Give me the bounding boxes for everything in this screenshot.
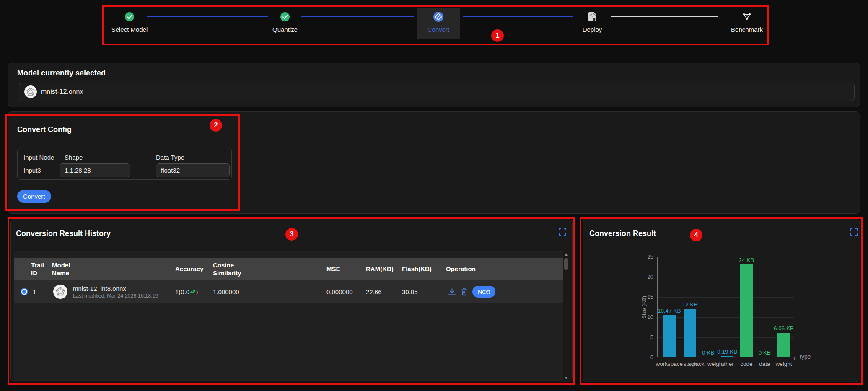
bar-slot-other: 0.19 KBother (717, 257, 737, 357)
accuracy-cell: 1(0.0) (175, 288, 213, 295)
shape-label: Shape (65, 154, 83, 161)
check-circle-icon (94, 11, 165, 23)
model-cell: mnist-12_int8.onnx Last modified: Mar 24… (52, 285, 175, 299)
trend-up-icon (189, 289, 196, 295)
bar-code[interactable] (740, 264, 753, 357)
config-fields-box: Input Node Shape Data Type Input3 (17, 148, 232, 180)
mse-cell: 0.000000 (326, 288, 366, 295)
bar-weight[interactable] (777, 333, 790, 357)
table-scrollbar[interactable] (563, 251, 569, 381)
row-last-modified: Last modified: Mar 24,2026 16:18:19 (73, 293, 158, 299)
step-deploy[interactable]: </> Deploy (557, 11, 628, 33)
model-selected-card: Model currently selected mnist-12.onnx (8, 63, 860, 107)
x-tick-label: weight (775, 361, 792, 367)
x-axis-label: type (800, 353, 811, 360)
convert-config-title: Convert Config (17, 125, 72, 134)
input-node-label: Input Node (23, 154, 54, 161)
scroll-down-icon[interactable] (563, 375, 569, 381)
step-label: Quantize (249, 26, 321, 33)
step-label: Convert (403, 26, 474, 33)
bar-workspace[interactable] (663, 315, 676, 357)
col-flash: Flash(KB) (402, 265, 446, 273)
x-tick-mark (736, 357, 736, 360)
flash-cell: 30.05 (402, 288, 446, 295)
deploy-file-icon: </> (557, 11, 628, 23)
annotation-badge-4: 4 (690, 229, 702, 241)
app-root: Select Model Quantize Convert </> Deploy (0, 0, 868, 391)
convert-config-card: Convert Config Input Node Shape Data Typ… (8, 111, 860, 214)
step-label: Select Model (94, 26, 165, 33)
table-header-row: Trail ID Model Name Accuracy Cosine Simi… (14, 258, 569, 280)
y-tick-label: 15 (639, 294, 653, 300)
history-table: Trail ID Model Name Accuracy Cosine Simi… (14, 251, 569, 381)
step-benchmark[interactable]: Benchmark (711, 11, 782, 33)
trail-id-value: 1 (33, 288, 36, 295)
bar-value-label: 10.47 KB (658, 308, 681, 314)
col-accuracy: Accuracy (175, 265, 213, 273)
step-label: Deploy (557, 26, 628, 33)
expand-icon[interactable] (558, 228, 567, 236)
convert-button[interactable]: Convert (17, 190, 51, 203)
convert-cube-icon (403, 11, 474, 23)
x-tick-label: other (721, 361, 734, 367)
bar-value-label: 6.06 KB (774, 325, 794, 331)
row-radio-selected[interactable] (21, 288, 28, 295)
input-node-value: Input3 (23, 167, 41, 174)
scroll-up-icon[interactable] (563, 251, 569, 257)
bar-slot-stack: 12 KBstack (681, 257, 699, 357)
ram-cell: 22.66 (366, 288, 402, 295)
y-tick-label: 5 (639, 334, 653, 340)
data-type-input[interactable] (156, 163, 230, 177)
conversion-result-title: Conversion Result (589, 229, 656, 238)
bar-slot-code: 24 KBcode (737, 257, 755, 357)
table-row[interactable]: 1 mnist-12_int8.onnx Last modified: Mar … (14, 280, 569, 303)
download-icon[interactable] (448, 288, 456, 296)
bar-value-label: 12 KB (682, 301, 698, 308)
conversion-result-panel: Conversion Result Size (KB) type 0510152… (583, 219, 860, 382)
shape-input[interactable] (60, 163, 130, 177)
step-convert[interactable]: Convert (403, 11, 474, 33)
x-tick-mark (677, 357, 677, 360)
bar-other[interactable] (721, 356, 733, 357)
step-select-model[interactable]: Select Model (94, 11, 165, 33)
x-tick-mark (775, 357, 775, 360)
x-tick-label: pack_weight (692, 361, 724, 367)
y-tick-label: 0 (639, 354, 653, 360)
bar-slot-pack_weight: 0 KBpack_weight (699, 257, 717, 357)
x-tick-label: workspace (656, 361, 683, 367)
col-mse: MSE (326, 265, 366, 273)
data-type-label: Data Type (156, 154, 184, 161)
operation-cell: Next (446, 286, 569, 298)
y-tick-label: 25 (639, 254, 653, 260)
trash-icon[interactable] (461, 288, 468, 296)
col-cosine-similarity: Cosine Similarity (213, 261, 326, 277)
check-circle-icon (249, 11, 321, 23)
bar-chart: Size (KB) type 051015202510.47 KBworkspa… (657, 257, 794, 357)
bar-slot-workspace: 10.47 KBworkspace (658, 257, 681, 357)
scrollbar-thumb[interactable] (564, 258, 568, 270)
x-tick-mark (716, 357, 716, 360)
step-label: Benchmark (711, 26, 782, 33)
selected-model-row[interactable]: mnist-12.onnx (19, 83, 855, 101)
bar-slot-data: 0 KBdata (756, 257, 774, 357)
bar-slot-weight: 6.06 KBweight (774, 257, 794, 357)
annotation-badge-2: 2 (210, 119, 222, 132)
x-tick-label: code (740, 361, 752, 367)
row-model-name: mnist-12_int8.onnx (73, 285, 158, 292)
bar-stack[interactable] (684, 309, 696, 357)
svg-text:</>: </> (590, 13, 596, 17)
selected-model-name: mnist-12.onnx (41, 88, 83, 96)
onnx-logo-icon (24, 85, 37, 98)
col-model-name: Model Name (52, 261, 175, 277)
cosine-cell: 1.000000 (213, 288, 326, 295)
x-tick-mark (658, 357, 658, 360)
expand-icon[interactable] (850, 228, 858, 236)
step-quantize[interactable]: Quantize (249, 11, 321, 33)
col-trail-id: Trail ID (31, 261, 52, 277)
bar-value-label: 0 KB (759, 350, 771, 356)
bar-value-label: 24 KB (739, 257, 754, 263)
annotation-badge-3: 3 (285, 228, 298, 241)
bar-value-label: 0 KB (702, 350, 714, 356)
next-button[interactable]: Next (472, 286, 495, 298)
x-tick-label: data (759, 361, 770, 367)
